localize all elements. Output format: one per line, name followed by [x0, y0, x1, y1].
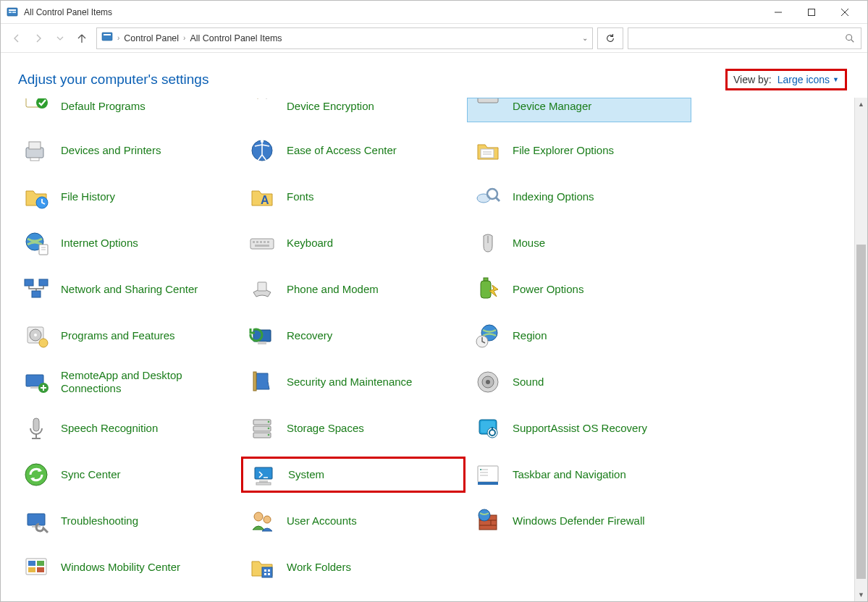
cp-item-file-history[interactable]: File History	[15, 179, 240, 215]
svg-point-21	[261, 140, 264, 143]
svg-point-50	[34, 334, 37, 336]
cp-item-phone-modem[interactable]: Phone and Modem	[241, 271, 465, 308]
cp-item-troubleshooting[interactable]: Troubleshooting	[15, 503, 240, 539]
recent-dropdown-button[interactable]	[50, 28, 70, 48]
svg-rect-1	[9, 9, 16, 11]
scroll-thumb[interactable]	[856, 245, 866, 579]
cp-item-fonts[interactable]: AFonts	[241, 179, 465, 215]
breadcrumb-segment[interactable]: All Control Panel Items	[190, 33, 282, 43]
cp-item-sound[interactable]: Sound	[467, 364, 691, 400]
cp-item-label: Ease of Access Center	[287, 144, 397, 157]
cp-item-label: Programs and Features	[61, 329, 175, 342]
cp-item-programs-features[interactable]: Programs and Features	[15, 318, 240, 354]
cp-item-firewall[interactable]: Windows Defender Firewall	[467, 503, 691, 539]
forward-button[interactable]	[28, 28, 49, 48]
cp-item-sync-center[interactable]: Sync Center	[15, 457, 240, 493]
cp-item-label: Sync Center	[61, 468, 121, 481]
breadcrumb-segment[interactable]: Control Panel	[124, 33, 179, 43]
cp-item-default-programs[interactable]: Default Programs	[15, 98, 240, 122]
cp-item-internet-options[interactable]: Internet Options	[15, 225, 240, 261]
scrollbar[interactable]: ▲ ▼	[854, 98, 867, 601]
svg-rect-19	[30, 158, 39, 161]
cp-item-label: Troubleshooting	[61, 514, 138, 527]
refresh-button[interactable]	[597, 27, 623, 49]
cp-item-speech[interactable]: Speech Recognition	[15, 410, 240, 446]
address-bar[interactable]: › Control Panel › All Control Panel Item…	[96, 27, 593, 49]
cp-item-taskbar-nav[interactable]: Taskbar and Navigation	[467, 457, 691, 493]
svg-rect-34	[250, 239, 274, 249]
device-encryption-icon	[246, 98, 278, 113]
search-box[interactable]	[628, 27, 861, 49]
search-icon	[845, 33, 855, 43]
scroll-up-button[interactable]: ▲	[855, 98, 867, 111]
cp-item-file-explorer-opts[interactable]: File Explorer Options	[467, 132, 691, 169]
header-strip: Adjust your computer's settings View by:…	[1, 53, 867, 98]
cp-item-label: System	[288, 468, 324, 481]
address-dropdown-button[interactable]: ⌄	[582, 34, 588, 42]
chevron-icon: ›	[183, 34, 185, 42]
svg-rect-40	[255, 245, 269, 247]
cp-item-keyboard[interactable]: Keyboard	[241, 225, 465, 261]
devices-printers-icon	[20, 135, 52, 166]
cp-item-label: Mouse	[513, 237, 545, 250]
cp-item-label: Sound	[513, 376, 544, 389]
cp-item-system[interactable]: System	[241, 457, 465, 493]
security-maint-icon	[246, 366, 278, 398]
navbar: › Control Panel › All Control Panel Item…	[1, 24, 867, 53]
cp-item-label: Phone and Modem	[287, 283, 379, 296]
cp-item-work-folders[interactable]: Work Folders	[241, 549, 465, 585]
cp-item-device-encryption[interactable]: Device Encryption	[241, 98, 465, 122]
cp-item-storage-spaces[interactable]: Storage Spaces	[241, 410, 465, 446]
items-area: Default ProgramsDevice EncryptionDevice …	[1, 98, 854, 601]
view-by-control[interactable]: View by: Large icons ▼	[725, 69, 847, 90]
device-manager-icon	[472, 98, 504, 113]
svg-rect-102	[262, 567, 272, 577]
cp-item-label: Device Manager	[513, 100, 591, 113]
cp-item-network-sharing[interactable]: Network and Sharing Center	[15, 271, 240, 308]
cp-item-remoteapp[interactable]: RemoteApp and Desktop Connections	[15, 364, 240, 400]
view-by-value[interactable]: Large icons ▼	[778, 74, 839, 85]
cp-item-mouse[interactable]: Mouse	[467, 225, 691, 261]
svg-point-69	[268, 421, 270, 423]
svg-rect-36	[256, 241, 258, 243]
scroll-down-button[interactable]: ▼	[855, 588, 867, 601]
cp-item-security-maint[interactable]: Security and Maintenance	[241, 364, 465, 400]
cp-item-label: Devices and Printers	[61, 144, 161, 157]
svg-rect-38	[264, 241, 266, 243]
speech-icon	[20, 412, 52, 444]
cp-item-recovery[interactable]: Recovery	[241, 318, 465, 354]
back-button[interactable]	[7, 28, 27, 48]
cp-item-power-options[interactable]: Power Options	[467, 271, 691, 308]
sync-center-icon	[20, 459, 52, 491]
cp-item-mobility-center[interactable]: Windows Mobility Center	[15, 549, 240, 585]
power-options-icon	[472, 274, 504, 305]
programs-features-icon	[20, 320, 52, 352]
svg-text:A: A	[261, 194, 269, 206]
up-button[interactable]	[72, 28, 92, 48]
close-button[interactable]	[828, 1, 861, 24]
svg-rect-53	[258, 342, 266, 344]
cp-item-label: File Explorer Options	[513, 144, 614, 157]
cp-item-user-accounts[interactable]: User Accounts	[241, 503, 465, 539]
cp-item-device-manager[interactable]: Device Manager	[467, 98, 691, 122]
svg-rect-3	[12, 12, 16, 13]
cp-item-devices-printers[interactable]: Devices and Printers	[15, 132, 240, 169]
firewall-icon	[472, 505, 504, 537]
svg-rect-106	[268, 573, 270, 575]
cp-item-label: User Accounts	[287, 514, 357, 527]
cp-item-label: Keyboard	[287, 237, 333, 250]
file-history-icon	[20, 181, 52, 213]
svg-rect-76	[492, 427, 493, 430]
cp-item-indexing[interactable]: Indexing Options	[467, 179, 691, 215]
svg-point-51	[39, 339, 48, 347]
cp-item-region[interactable]: Region	[467, 318, 691, 354]
cp-item-supportassist[interactable]: SupportAssist OS Recovery	[467, 410, 691, 446]
recovery-icon	[246, 320, 278, 352]
svg-point-28	[487, 189, 497, 199]
svg-rect-42	[25, 279, 33, 286]
minimize-button[interactable]	[762, 1, 795, 24]
cp-item-ease-of-access[interactable]: Ease of Access Center	[241, 132, 465, 169]
scroll-track[interactable]	[855, 111, 867, 588]
maximize-button[interactable]	[795, 1, 828, 24]
svg-rect-103	[264, 569, 266, 572]
